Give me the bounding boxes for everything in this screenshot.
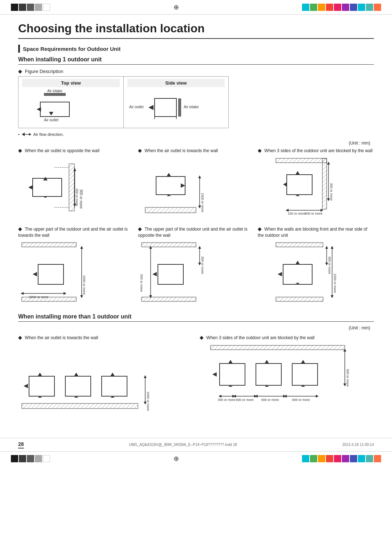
swatch-cyan-b: [302, 455, 309, 462]
svg-marker-90: [331, 246, 334, 249]
svg-marker-83: [295, 261, 300, 264]
diagrams-grid-row2: ◆ The upper part of the outdoor unit and…: [18, 226, 374, 306]
diagram-label-6: ◆ When the walls are blocking front and …: [258, 226, 374, 239]
svg-rect-109: [220, 364, 245, 385]
svg-text:1500 or more: 1500 or more: [82, 275, 86, 295]
swatch-teal: [366, 4, 373, 11]
svg-marker-91: [331, 295, 334, 298]
compass-mark-bottom: ⊕: [173, 455, 179, 463]
svg-marker-50: [286, 209, 289, 212]
svg-marker-72: [198, 246, 201, 249]
svg-rect-57: [38, 264, 64, 284]
svg-text:1500 or more: 1500 or more: [333, 273, 337, 293]
svg-text:600 or more: 600 or more: [236, 398, 254, 402]
svg-marker-132: [255, 395, 258, 398]
side-view-cell: Side view Air intake Air outlet: [124, 77, 229, 128]
diagram-cell-3: ◆ When 3 sides of the outdoor unit are b…: [258, 147, 374, 218]
svg-text:Air outlet: Air outlet: [44, 118, 58, 122]
svg-marker-4: [49, 112, 53, 115]
swatch-darkgray-b: [19, 455, 26, 462]
swatch-deeporange: [374, 4, 381, 11]
diamond-bullet: ◆: [18, 68, 22, 74]
swatch-green: [310, 4, 317, 11]
section-header-text: Space Requirements for Outdoor Unit: [23, 46, 121, 52]
svg-text:600 or more: 600 or more: [261, 398, 279, 402]
svg-rect-96: [102, 376, 127, 396]
swatch-darkgray: [19, 4, 26, 11]
svg-rect-8: [155, 98, 176, 117]
svg-marker-103: [24, 384, 28, 388]
subsection2-title: When installing more than 1 outdoor unit: [18, 313, 374, 322]
svg-rect-111: [292, 364, 318, 385]
diagram-svg-4: 2000 or more 1500 or more: [18, 241, 91, 306]
svg-marker-25: [43, 196, 48, 198]
svg-marker-5: [37, 107, 41, 111]
main-content: Choosing the installation location Space…: [0, 15, 392, 431]
swatch-black: [11, 4, 18, 11]
page-footer: 28 UMG_AQ&AS18V@_IBIM_34038A_E--P14~P18?…: [0, 438, 392, 451]
top-view-svg: Air intake Air outlet: [22, 89, 95, 126]
swatch-black-b: [11, 455, 18, 462]
airflow-note: • Air flow direction.: [18, 132, 374, 137]
svg-marker-13: [22, 133, 25, 136]
svg-marker-32: [167, 173, 171, 176]
svg-text:Air outlet: Air outlet: [129, 105, 144, 109]
svg-marker-105: [144, 375, 147, 378]
side-view-header: Side view: [127, 79, 225, 87]
svg-marker-99: [74, 373, 78, 376]
swatch-red-b: [326, 455, 333, 462]
swatch-green-b: [310, 455, 317, 462]
svg-rect-0: [44, 93, 66, 96]
swatch-gray: [27, 4, 34, 11]
view-table: Top view Air intake Air outlet Side view: [18, 76, 229, 128]
svg-rect-95: [65, 376, 91, 396]
svg-rect-94: [29, 376, 54, 396]
color-bar-right: [302, 4, 381, 11]
svg-text:300 or more: 300 or more: [75, 188, 79, 206]
side-view-svg: Air intake Air outlet: [127, 89, 207, 126]
svg-rect-40: [322, 158, 327, 209]
swatch-deeporange-b: [374, 455, 381, 462]
svg-marker-124: [219, 395, 221, 398]
bottom-diagram-svg-2: 300 or more 300 or more 600 or more 600 …: [200, 344, 356, 420]
section-header-bar: [18, 45, 20, 53]
unit-mm-label-2: (Unit : mm): [18, 325, 374, 330]
svg-rect-6: [178, 98, 181, 117]
diagram-svg-5: 300 or more 500 or more: [138, 241, 218, 306]
diagram-label-1: ◆ When the air outlet is opposite the wa…: [18, 147, 134, 154]
swatch-orange: [318, 4, 325, 11]
swatch-lightgray-b: [35, 455, 42, 462]
subsection1-title: When installing 1 outdoor unit: [18, 56, 374, 65]
svg-marker-114: [265, 360, 269, 364]
figure-description-label: ◆ Figure Description: [18, 68, 374, 74]
svg-marker-15: [29, 133, 31, 136]
svg-marker-112: [228, 360, 233, 364]
bottom-diagram-label-1: ◆ When the air outlet is towards the wal…: [18, 334, 192, 341]
svg-marker-70: [152, 272, 157, 276]
svg-rect-81: [283, 264, 312, 284]
svg-text:600 or more: 600 or more: [292, 398, 310, 402]
svg-text:300 or more: 300 or more: [328, 256, 331, 274]
svg-marker-128: [233, 395, 236, 398]
swatch-pink: [334, 4, 341, 11]
color-bar-right-bottom: [302, 455, 381, 462]
swatch-purple: [342, 4, 349, 11]
compass-mark: ⊕: [173, 3, 179, 11]
bottom-diagram-label-2: ◆ When 3 sides of the outdoor unit are b…: [200, 334, 374, 341]
footer-date: 2013-3-18 11:00:14: [342, 443, 374, 447]
svg-marker-46: [327, 162, 330, 165]
diagram-label-3: ◆ When 3 sides of the outdoor unit are b…: [258, 147, 374, 154]
svg-rect-67: [142, 243, 196, 247]
svg-rect-2: [40, 102, 69, 117]
svg-marker-65: [80, 295, 83, 298]
svg-rect-22: [33, 178, 62, 196]
svg-marker-61: [64, 292, 66, 295]
svg-rect-30: [145, 207, 196, 213]
diagram-cell-1: ◆ When the air outlet is opposite the wa…: [18, 147, 134, 218]
svg-rect-108: [211, 345, 345, 350]
swatch-cyan2-b: [358, 455, 365, 462]
print-marks-top: ⊕: [0, 0, 392, 15]
svg-marker-9: [148, 105, 154, 110]
figure-description-text: Figure Description: [25, 69, 64, 74]
svg-marker-23: [28, 185, 33, 190]
